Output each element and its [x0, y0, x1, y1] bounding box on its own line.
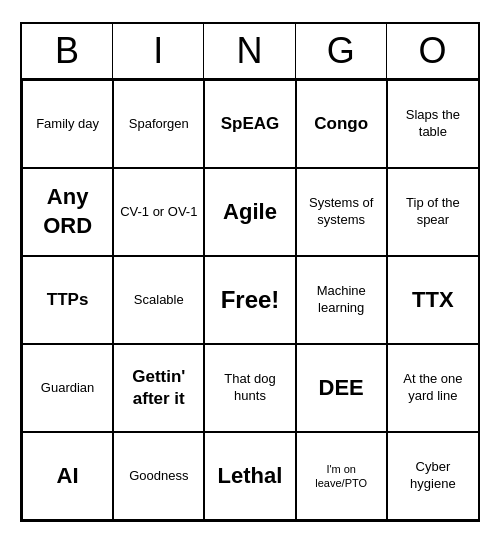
- bingo-cell: AI: [22, 432, 113, 520]
- bingo-cell: Spaforgen: [113, 80, 204, 168]
- header-letter: O: [387, 24, 478, 78]
- bingo-cell: Agile: [204, 168, 295, 256]
- bingo-cell: Goodness: [113, 432, 204, 520]
- header-letter: B: [22, 24, 113, 78]
- bingo-cell: Family day: [22, 80, 113, 168]
- bingo-cell: Lethal: [204, 432, 295, 520]
- bingo-cell: Systems of systems: [296, 168, 387, 256]
- bingo-grid: Family daySpaforgenSpEAGCongoSlaps the t…: [22, 80, 478, 520]
- bingo-cell: At the one yard line: [387, 344, 478, 432]
- bingo-cell: That dog hunts: [204, 344, 295, 432]
- bingo-cell: Tip of the spear: [387, 168, 478, 256]
- bingo-cell: Free!: [204, 256, 295, 344]
- bingo-cell: Cyber hygiene: [387, 432, 478, 520]
- bingo-cell: Guardian: [22, 344, 113, 432]
- bingo-cell: Scalable: [113, 256, 204, 344]
- bingo-cell: DEE: [296, 344, 387, 432]
- bingo-header: BINGO: [22, 24, 478, 80]
- bingo-cell: TTX: [387, 256, 478, 344]
- bingo-cell: I'm on leave/PTO: [296, 432, 387, 520]
- bingo-cell: Congo: [296, 80, 387, 168]
- bingo-cell: Gettin' after it: [113, 344, 204, 432]
- bingo-cell: Slaps the table: [387, 80, 478, 168]
- bingo-cell: Any ORD: [22, 168, 113, 256]
- bingo-cell: SpEAG: [204, 80, 295, 168]
- bingo-cell: TTPs: [22, 256, 113, 344]
- bingo-card: BINGO Family daySpaforgenSpEAGCongoSlaps…: [20, 22, 480, 522]
- header-letter: N: [204, 24, 295, 78]
- bingo-cell: Machine learning: [296, 256, 387, 344]
- bingo-cell: CV-1 or OV-1: [113, 168, 204, 256]
- header-letter: I: [113, 24, 204, 78]
- header-letter: G: [296, 24, 387, 78]
